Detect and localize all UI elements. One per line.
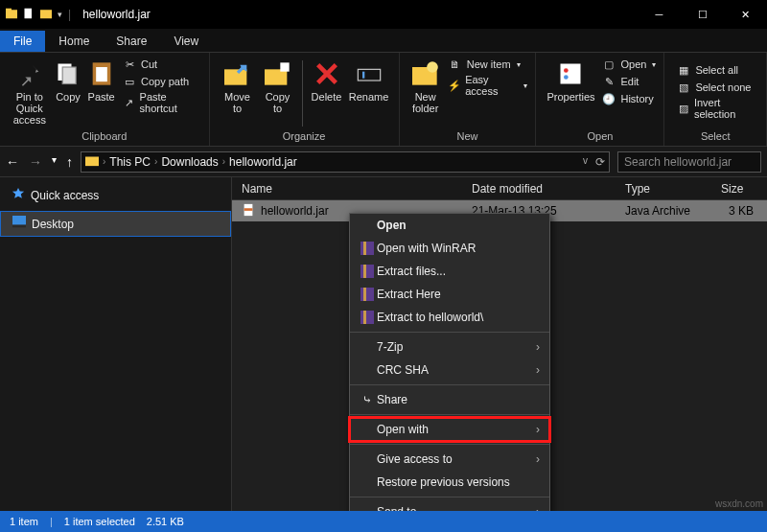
history-icon: 🕘 — [601, 91, 616, 106]
svg-rect-26 — [363, 265, 366, 278]
chevron-right-icon: › — [536, 340, 540, 354]
svg-rect-10 — [280, 62, 289, 71]
svg-rect-29 — [360, 311, 374, 324]
cut-button[interactable]: ✂Cut — [122, 57, 200, 72]
ctx-restore[interactable]: Restore previous versions — [350, 471, 549, 494]
ctx-give-access[interactable]: Give access to› — [350, 448, 549, 471]
forward-button[interactable]: → — [29, 154, 42, 170]
rename-icon — [354, 58, 384, 89]
group-label-select: Select — [672, 130, 758, 142]
ctx-extract-here[interactable]: Extract Here — [350, 283, 549, 306]
ribbon: Pin to Quick access Copy Paste ✂Cut ▭Cop… — [0, 53, 767, 147]
sidebar-item-label: Quick access — [31, 189, 99, 202]
column-type[interactable]: Type — [616, 182, 711, 196]
chevron-right-icon: › — [536, 363, 540, 377]
rename-button[interactable]: Rename — [347, 57, 391, 103]
invert-selection-button[interactable]: ▨Invert selection — [676, 97, 758, 120]
svg-rect-28 — [363, 288, 366, 301]
new-item-button[interactable]: 🗎New item▾ — [448, 57, 528, 72]
status-bar: 1 item | 1 item selected 2.51 KB — [0, 511, 767, 532]
desktop-icon — [12, 216, 26, 232]
winrar-icon — [358, 265, 377, 278]
group-label-open: Open — [544, 130, 656, 142]
breadcrumb-downloads[interactable]: Downloads — [161, 155, 218, 169]
svg-rect-2 — [25, 8, 33, 18]
sidebar-item-desktop[interactable]: Desktop — [0, 211, 231, 237]
breadcrumb-this-pc[interactable]: This PC — [109, 155, 151, 169]
close-button[interactable]: ✕ — [724, 0, 767, 29]
invert-icon: ▨ — [676, 101, 690, 116]
ctx-extract-to[interactable]: Extract to helloworld\ — [350, 306, 549, 329]
column-date[interactable]: Date modified — [462, 182, 616, 196]
column-size[interactable]: Size — [711, 182, 753, 196]
folder-icon — [6, 8, 17, 22]
delete-button[interactable]: Delete — [307, 57, 347, 103]
file-name: helloworld.jar — [261, 204, 329, 218]
address-bar[interactable]: › This PC › Downloads › helloworld.jar v… — [81, 151, 610, 173]
edit-button[interactable]: ✎Edit — [601, 74, 656, 89]
copy-path-button[interactable]: ▭Copy path — [122, 74, 200, 89]
winrar-icon — [358, 242, 377, 255]
tab-home[interactable]: Home — [45, 31, 103, 52]
column-headers: Name Date modified Type Size — [232, 177, 767, 200]
open-button[interactable]: ▢Open▾ — [601, 57, 656, 72]
group-label-new: New — [407, 130, 528, 142]
up-button[interactable]: ↑ — [66, 154, 73, 170]
breadcrumb-current[interactable]: helloworld.jar — [229, 155, 297, 169]
svg-rect-15 — [561, 64, 581, 84]
ctx-open-winrar[interactable]: Open with WinRAR — [350, 237, 549, 260]
file-type: Java Archive — [616, 204, 711, 218]
paste-shortcut-button[interactable]: ↗Paste shortcut — [122, 91, 200, 114]
pin-quick-access-button[interactable]: Pin to Quick access — [8, 57, 52, 126]
svg-point-17 — [564, 75, 569, 80]
tab-share[interactable]: Share — [103, 31, 160, 52]
dropdown-icon[interactable]: ▾ — [58, 10, 62, 19]
svg-rect-24 — [363, 242, 366, 255]
ctx-open-with[interactable]: Open with› — [350, 418, 549, 441]
group-new: New folder 🗎New item▾ ⚡Easy access▾ New — [400, 53, 537, 146]
select-none-icon: ▧ — [676, 80, 691, 95]
tab-view[interactable]: View — [160, 31, 212, 52]
ctx-share[interactable]: ⤷Share — [350, 388, 549, 411]
select-all-icon: ▦ — [676, 62, 691, 78]
context-menu: Open Open with WinRAR Extract files... E… — [349, 213, 550, 532]
copy-to-button[interactable]: Copy to — [258, 57, 298, 114]
sidebar-item-quick-access[interactable]: Quick access — [0, 183, 231, 207]
path-icon: ▭ — [122, 74, 137, 89]
ctx-7zip[interactable]: 7-Zip› — [350, 335, 549, 359]
tab-file[interactable]: File — [0, 31, 45, 52]
delete-icon — [312, 58, 342, 89]
recent-dropdown[interactable]: ▾ — [52, 154, 57, 170]
svg-rect-9 — [265, 69, 287, 84]
ctx-extract-files[interactable]: Extract files... — [350, 260, 549, 283]
easy-access-button[interactable]: ⚡Easy access▾ — [448, 74, 528, 97]
nav-bar: ← → ▾ ↑ › This PC › Downloads › hellowor… — [0, 147, 767, 177]
refresh-button[interactable]: ⟳ — [595, 155, 605, 169]
history-button[interactable]: 🕘History — [601, 91, 656, 106]
ctx-crc-sha[interactable]: CRC SHA› — [350, 359, 549, 382]
title-bar: ▾ | helloworld.jar ─ ☐ ✕ — [0, 0, 767, 29]
minimize-button[interactable]: ─ — [638, 0, 681, 29]
search-input[interactable]: Search helloworld.jar — [617, 151, 761, 173]
paste-icon — [86, 58, 117, 89]
select-all-button[interactable]: ▦Select all — [676, 62, 758, 78]
new-folder-button[interactable]: New folder — [407, 57, 444, 114]
new-item-icon: 🗎 — [448, 57, 463, 72]
back-button[interactable]: ← — [6, 154, 19, 170]
ribbon-tabs: File Home Share View — [0, 29, 767, 53]
sidebar-item-label: Desktop — [32, 218, 74, 231]
properties-button[interactable]: Properties — [544, 57, 597, 103]
maximize-button[interactable]: ☐ — [681, 0, 724, 29]
group-select: ▦Select all ▧Select none ▨Invert selecti… — [664, 53, 767, 146]
group-clipboard: Pin to Quick access Copy Paste ✂Cut ▭Cop… — [0, 53, 210, 146]
paste-button[interactable]: Paste — [84, 57, 118, 103]
move-to-button[interactable]: Move to — [218, 57, 258, 114]
column-name[interactable]: Name — [232, 182, 462, 196]
ctx-open[interactable]: Open — [350, 214, 549, 237]
select-none-button[interactable]: ▧Select none — [676, 80, 758, 95]
svg-rect-18 — [85, 157, 99, 167]
svg-rect-12 — [362, 72, 364, 79]
copy-button[interactable]: Copy — [52, 57, 85, 103]
address-dropdown[interactable]: v — [583, 155, 588, 169]
svg-rect-7 — [96, 67, 107, 81]
